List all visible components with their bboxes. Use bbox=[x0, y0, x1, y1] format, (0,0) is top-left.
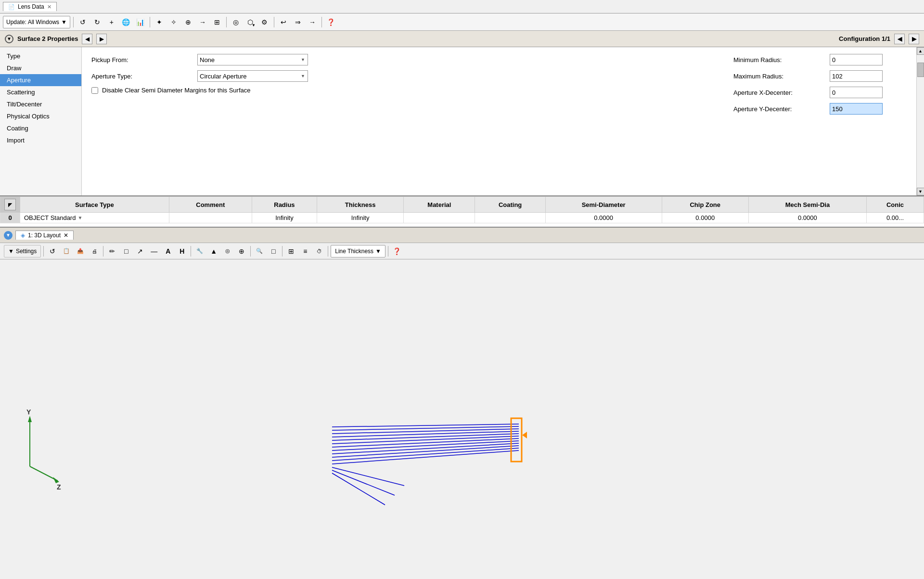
material-cell-0[interactable] bbox=[404, 213, 475, 223]
layout-target-btn[interactable]: ◎ bbox=[221, 245, 234, 257]
sidebar-item-draw[interactable]: Draw bbox=[0, 62, 81, 74]
layout-collapse-btn[interactable]: ▼ bbox=[4, 231, 13, 240]
disable-margins-row: Disable Clear Semi Diameter Margins for … bbox=[91, 87, 714, 94]
star2-btn[interactable]: ✧ bbox=[167, 16, 180, 28]
layout-tab-close-btn[interactable]: ✕ bbox=[64, 232, 68, 239]
pickup-from-select[interactable]: None None bbox=[197, 54, 308, 65]
col-thickness: Thickness bbox=[317, 197, 403, 213]
svg-line-20 bbox=[332, 473, 385, 505]
chip-zone-cell-0[interactable]: 0.0000 bbox=[662, 213, 748, 223]
redo1-btn[interactable]: ↺ bbox=[77, 16, 89, 28]
scroll-up-btn[interactable]: ▲ bbox=[917, 47, 924, 55]
line-thickness-arrow: ▼ bbox=[375, 248, 381, 255]
col-surface-type: Surface Type bbox=[20, 197, 169, 213]
max-radius-label: Maximum Radius: bbox=[733, 73, 830, 80]
radius-cell-0[interactable]: Infinity bbox=[252, 213, 317, 223]
layout-copy1-btn[interactable]: 📋 bbox=[60, 245, 73, 257]
add-btn[interactable]: + bbox=[105, 16, 118, 28]
layout-move-btn[interactable]: ⊕ bbox=[235, 245, 248, 257]
prev-config-btn[interactable]: ◀ bbox=[894, 34, 905, 44]
pickup-from-select-wrapper[interactable]: None None bbox=[197, 54, 308, 65]
sidebar-item-tilt-decenter[interactable]: Tilt/Decenter bbox=[0, 98, 81, 110]
thickness-cell-0[interactable]: Infinity bbox=[317, 213, 403, 223]
layout-text-btn[interactable]: A bbox=[162, 245, 174, 257]
collapse-btn[interactable]: ▼ bbox=[5, 35, 13, 43]
next-surface-btn[interactable]: ▶ bbox=[96, 34, 107, 44]
layout-hatch-btn[interactable]: H bbox=[176, 245, 188, 257]
layout-help-btn[interactable]: ❓ bbox=[391, 245, 403, 257]
sidebar-item-import[interactable]: Import bbox=[0, 134, 81, 146]
svg-line-2 bbox=[30, 466, 58, 481]
next-config-btn[interactable]: ▶ bbox=[909, 34, 919, 44]
scroll-thumb[interactable] bbox=[917, 63, 924, 77]
arrow-btn[interactable]: → bbox=[196, 16, 209, 28]
layout-rotate-btn[interactable]: ▲ bbox=[207, 245, 220, 257]
prev-surface-btn[interactable]: ◀ bbox=[82, 34, 92, 44]
surface-type-dropdown-arrow[interactable]: ▼ bbox=[77, 215, 82, 220]
mech-semi-dia-cell-0[interactable]: 0.0000 bbox=[748, 213, 866, 223]
max-radius-input[interactable]: 102 bbox=[830, 70, 883, 82]
settings-icon-btn[interactable]: ⚙ bbox=[258, 16, 271, 28]
comment-cell-0[interactable] bbox=[169, 213, 252, 223]
layout-print-btn[interactable]: 🖨 bbox=[88, 245, 101, 257]
fwd2-btn[interactable]: → bbox=[306, 16, 319, 28]
layout-export-btn[interactable]: 📤 bbox=[74, 245, 87, 257]
col-conic: Conic bbox=[866, 197, 924, 213]
layout-rect-btn[interactable]: □ bbox=[120, 245, 132, 257]
layout-sep-1 bbox=[43, 246, 44, 257]
layout-refresh-btn[interactable]: ↺ bbox=[46, 245, 59, 257]
fwd1-btn[interactable]: ⇒ bbox=[292, 16, 304, 28]
cross-btn[interactable]: ⊕ bbox=[182, 16, 194, 28]
disable-margins-checkbox[interactable] bbox=[91, 87, 98, 94]
config-label-group: Configuration 1/1 ◀ ▶ bbox=[839, 34, 919, 44]
props-sidebar: Type Draw Aperture Scattering Tilt/Decen… bbox=[0, 47, 82, 195]
help-toolbar-btn[interactable]: ❓ bbox=[325, 16, 337, 28]
settings-btn[interactable]: ▼ Settings bbox=[4, 245, 41, 257]
svg-rect-21 bbox=[511, 418, 522, 462]
sidebar-item-coating[interactable]: Coating bbox=[0, 122, 81, 134]
corner-button[interactable]: ◤ bbox=[4, 199, 16, 210]
update-all-windows-btn[interactable]: Update: All Windows ▼ bbox=[3, 16, 70, 28]
layout-time-btn[interactable]: ⏱ bbox=[313, 245, 325, 257]
layout-tool1-btn[interactable]: 🔧 bbox=[193, 245, 206, 257]
layout-zoom-btn[interactable]: 🔍 bbox=[253, 245, 266, 257]
layout-panel: ▼ ◈ 1: 3D Layout ✕ ▼ Settings ↺ 📋 📤 🖨 ✏ … bbox=[0, 228, 924, 579]
hex-btn[interactable]: ⬡▼ bbox=[244, 16, 257, 28]
coating-cell-0[interactable] bbox=[475, 213, 545, 223]
semi-diameter-cell-0[interactable]: 0.0000 bbox=[545, 213, 662, 223]
layout-sep-3 bbox=[191, 246, 191, 257]
sidebar-item-physical-optics[interactable]: Physical Optics bbox=[0, 110, 81, 122]
aperture-type-select-wrapper[interactable]: Circular Aperture Circular Aperture bbox=[197, 70, 308, 82]
min-radius-input[interactable]: 0 bbox=[830, 54, 883, 65]
redo2-btn[interactable]: ↻ bbox=[91, 16, 103, 28]
star1-btn[interactable]: ✦ bbox=[153, 16, 166, 28]
scroll-down-btn[interactable]: ▼ bbox=[917, 188, 924, 195]
chart-btn[interactable]: 📊 bbox=[134, 16, 147, 28]
layout-fit-btn[interactable]: □ bbox=[267, 245, 280, 257]
lens-data-tab[interactable]: 📄 Lens Data ✕ bbox=[3, 2, 57, 11]
svg-line-18 bbox=[332, 467, 404, 486]
aperture-type-select[interactable]: Circular Aperture Circular Aperture bbox=[197, 70, 308, 82]
aperture-y-input[interactable]: 150 bbox=[830, 103, 883, 115]
layout-tab-label: 1: 3D Layout bbox=[28, 232, 61, 239]
globe-btn[interactable]: 🌐 bbox=[120, 16, 132, 28]
undo-btn[interactable]: ↩ bbox=[277, 16, 290, 28]
layout-grid2-btn[interactable]: ⊞ bbox=[285, 245, 297, 257]
aperture-x-input[interactable]: 0 bbox=[830, 87, 883, 98]
props-scrollbar[interactable]: ▲ ▼ bbox=[916, 47, 924, 195]
layout-menu-btn[interactable]: ≡ bbox=[299, 245, 311, 257]
circle-btn[interactable]: ◎ bbox=[230, 16, 242, 28]
layout-line-btn[interactable]: — bbox=[148, 245, 160, 257]
tab-close-btn[interactable]: ✕ bbox=[47, 4, 51, 10]
sidebar-item-scattering[interactable]: Scattering bbox=[0, 86, 81, 98]
aperture-type-label: Aperture Type: bbox=[91, 73, 197, 80]
sidebar-item-aperture[interactable]: Aperture bbox=[0, 74, 81, 86]
layout-pen-btn[interactable]: ✏ bbox=[106, 245, 118, 257]
line-thickness-dropdown[interactable]: Line Thickness ▼ bbox=[331, 245, 385, 257]
grid-btn[interactable]: ⊞ bbox=[211, 16, 223, 28]
conic-cell-0[interactable]: 0.00... bbox=[866, 213, 924, 223]
aperture-type-row: Aperture Type: Circular Aperture Circula… bbox=[91, 70, 714, 82]
sidebar-item-type[interactable]: Type bbox=[0, 50, 81, 62]
layout-arrow-btn[interactable]: ↗ bbox=[134, 245, 146, 257]
layout-tab-3d[interactable]: ◈ 1: 3D Layout ✕ bbox=[15, 231, 74, 240]
